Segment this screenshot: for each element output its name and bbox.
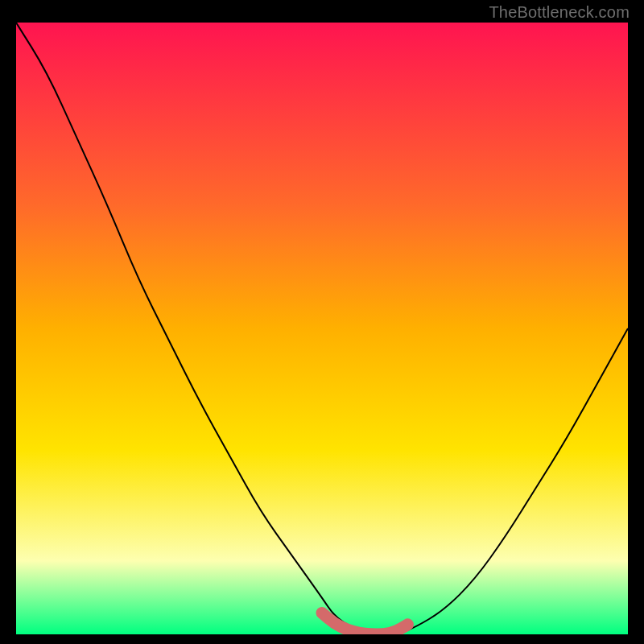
- plot-area: [16, 23, 628, 634]
- attribution-text: TheBottleneck.com: [489, 3, 630, 22]
- chart-frame: TheBottleneck.com: [0, 0, 644, 644]
- gradient-background: [16, 23, 628, 634]
- bottleneck-chart: [16, 23, 628, 634]
